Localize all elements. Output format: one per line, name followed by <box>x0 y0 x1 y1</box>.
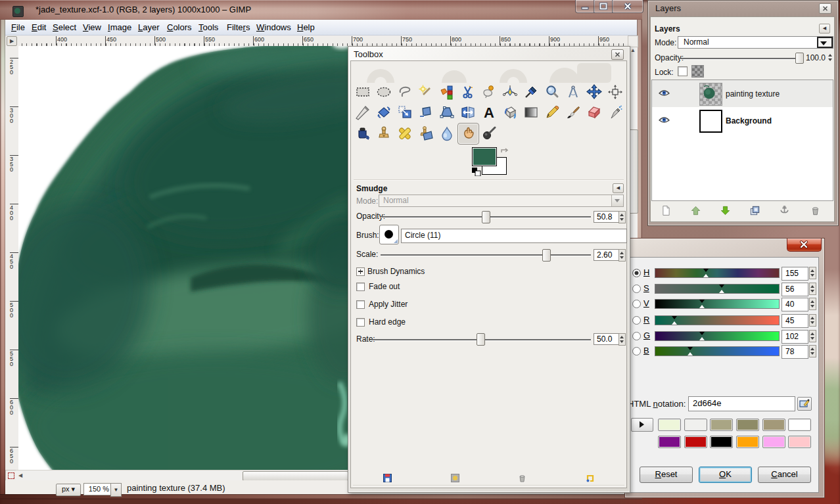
svg-text:A: A <box>484 104 494 120</box>
